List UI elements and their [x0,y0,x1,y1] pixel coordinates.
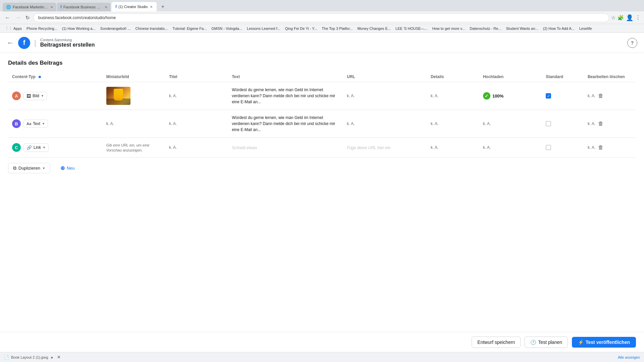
table-row: C 🔗 Link ▼ Gib eine URL ein, um eine Vor… [8,138,636,158]
row-a-standard[interactable]: ✓ [542,82,584,110]
help-icon[interactable]: ? [627,38,637,48]
new-button[interactable]: ⊕ Neu [56,163,79,173]
col-standard: Standard [542,72,584,82]
address-bar[interactable] [33,13,609,22]
row-c-thumbnail[interactable]: Gib eine URL ein, um eine Vorschau anzuz… [102,138,165,158]
bild-icon: 🖼 [26,94,31,99]
new-label: Neu [67,166,75,171]
bookmark-lessons[interactable]: Lessons Learned f... [245,26,283,31]
url-input-placeholder: Füge deine URL hier ein [347,145,390,150]
extension-icon[interactable]: 🧩 [618,15,624,21]
fb-logo: f [18,37,30,49]
row-c-delete: k. A. 🗑 [584,138,636,158]
row-b-text[interactable]: Würdest du gerne lernen, wie man Geld im… [228,110,343,138]
duplicate-label: Duplizieren [18,166,40,171]
upload-check-icon: ✓ [483,92,490,100]
row-b-content-type: B Aa Text ▼ [8,110,102,138]
back-button[interactable]: ← [7,39,14,47]
row-a-na: k. A. [588,94,595,98]
col-url: URL [343,72,427,82]
bookmark-working[interactable]: (1) How Working a... [60,26,98,31]
type-label-a: Bild [33,94,39,98]
content-type-selector-c[interactable]: 🔗 Link ▼ [23,143,49,152]
type-label-b: Text [33,121,40,126]
plus-icon: ⊕ [60,165,65,171]
new-tab-button[interactable]: + [159,3,167,11]
breadcrumb: Content-Sammlung Beitragstest erstellen [40,38,95,48]
forward-nav-icon[interactable]: → [14,13,22,22]
bookmark-top3[interactable]: The Top 3 Platfor... [319,26,355,31]
col-text: Text [228,72,343,82]
row-c-standard[interactable] [542,138,584,158]
schedule-button[interactable]: 🕐 Test planen [525,337,568,348]
tab-close-icon[interactable]: ✕ [105,5,107,9]
chevron-down-icon: ▼ [41,94,44,98]
row-a-delete: k. A. 🗑 [584,82,636,110]
download-close-button[interactable]: ✕ [57,355,61,360]
download-chevron-icon[interactable]: ▲ [50,355,54,359]
bookmark-phone[interactable]: Phone Recycling... [24,26,60,31]
checkbox-unchecked-c[interactable] [546,145,551,150]
delete-button-a[interactable]: 🗑 [598,93,603,99]
table-row: B Aa Text ▼ k. A. k. A. Würdest du gerne… [8,110,636,138]
row-c-url-input[interactable]: Füge deine URL hier ein [343,138,427,158]
row-b-delete: k. A. 🗑 [584,110,636,138]
bookmark-lee[interactable]: LEE 'S HOUSE—... [393,26,430,31]
delete-button-c[interactable]: 🗑 [598,144,603,150]
duplicate-button[interactable]: ⧉ Duplizieren ▼ [8,163,50,173]
bookmark-how-more[interactable]: How to get more v... [430,26,468,31]
menu-icon[interactable]: ⋮ [635,14,641,21]
tab-close-icon[interactable]: ✕ [50,5,53,9]
bookmark-chinese[interactable]: Chinese translatio... [133,26,170,31]
row-c-text-input[interactable]: Schreib etwas [228,138,343,158]
row-b-standard[interactable] [542,110,584,138]
section-title: Details des Beitrags [8,60,636,66]
delete-button-b[interactable]: 🗑 [598,121,603,127]
tab-business-suite[interactable]: f Facebook Business Suite ✕ [57,3,111,11]
bookmark-leselife[interactable]: Leselife [577,26,594,31]
bookmark-gmsn[interactable]: GMSN - Vologda... [209,26,245,31]
row-b-upload: k. A. [479,110,542,138]
row-c-title: k. A. [165,138,228,158]
bookmark-datenschutz[interactable]: Datenschutz - Re... [467,26,503,31]
row-c-na: k. A. [588,145,595,150]
bookmark-star-icon[interactable]: ☆ [611,15,615,21]
content-type-selector-a[interactable]: 🖼 Bild ▼ [23,92,47,100]
header-separator: | [34,39,36,47]
column-drag-indicator [39,76,41,78]
checkbox-checked[interactable]: ✓ [546,93,551,99]
bookmark-student[interactable]: Student Wants an... [504,26,541,31]
bookmark-money[interactable]: Money Changes E... [355,26,393,31]
checkbox-unchecked-b[interactable] [546,121,551,126]
bookmark-tutorial[interactable]: Tutorial: Eigene Fa... [170,26,209,31]
row-letter-b: B [12,119,21,128]
show-all-button[interactable]: Alle anzeigen [618,355,640,359]
row-a-content-type: A 🖼 Bild ▼ [8,82,102,110]
row-a-thumbnail[interactable] [102,82,165,110]
posts-table: Content-Typ Miniaturbild Titel Text URL … [8,72,636,158]
publish-label: Test veröffentlichen [586,340,630,345]
save-draft-button[interactable]: Entwurf speichern [472,337,521,348]
col-title: Titel [165,72,228,82]
col-actions: Bearbeiten löschen [584,72,636,82]
bookmark-sonder[interactable]: Sonderangebot! ... [98,26,133,31]
row-b-details: k. A. [427,110,479,138]
bookmark-how-add[interactable]: (2) How To Add A... [541,26,577,31]
upload-progress-text: 100% [492,94,503,99]
col-details: Details [427,72,479,82]
row-a-text[interactable]: Würdest du gerne lernen, wie man Geld im… [228,82,343,110]
bookmark-apps[interactable]: ⋮⋮Apps [3,25,24,31]
back-nav-icon[interactable]: ← [3,13,12,22]
tab-facebook-marketing[interactable]: 🌐 Facebook Marketing & Werb... ✕ [3,3,56,11]
publish-icon: ⚡ [578,340,584,345]
publish-button[interactable]: ⚡ Test veröffentlichen [572,337,636,348]
col-content-type: Content-Typ [8,72,102,82]
reload-icon[interactable]: ↻ [24,13,31,22]
content-type-selector-b[interactable]: Aa Text ▼ [23,120,48,128]
row-b-na: k. A. [588,121,595,126]
tab-creator-studio[interactable]: f (1) Creator Studio ✕ [111,2,157,11]
link-icon: 🔗 [26,145,32,150]
tab-close-icon[interactable]: ✕ [150,5,153,9]
bookmark-qing[interactable]: Qing Fei De Yi - Y... [283,26,320,31]
profile-icon[interactable]: 👤 [626,14,633,21]
